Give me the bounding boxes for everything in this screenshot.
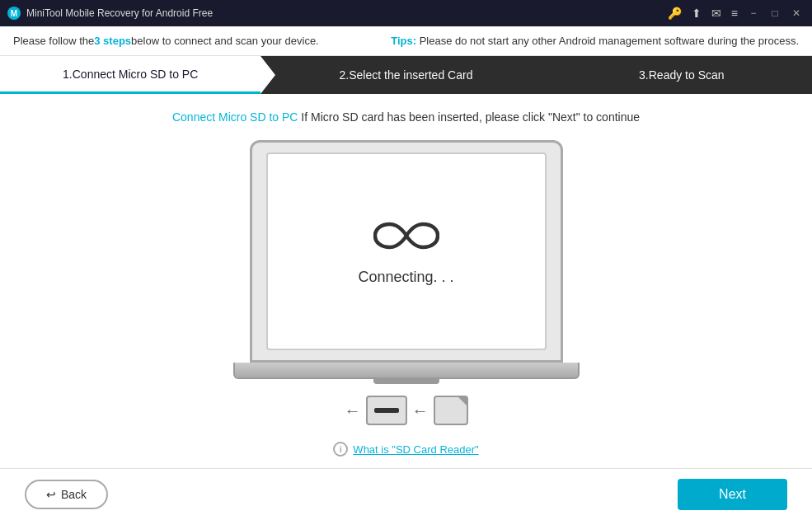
laptop-base [233,363,580,379]
info-icon: i [333,442,348,457]
laptop-illustration: Connecting. . . [233,140,580,379]
app-title: MiniTool Mobile Recovery for Android Fre… [26,7,664,19]
maximize-button[interactable]: □ [766,4,784,22]
sd-help-link[interactable]: What is "SD Card Reader" [353,443,478,456]
step-3-label: 3.Ready to Scan [639,68,725,82]
sd-card-box [434,396,468,425]
sd-card-slot [374,408,399,413]
info-text-after: below to connect and scan your device. [131,35,319,47]
sd-reader-row: ← ← [345,396,468,425]
mail-icon[interactable]: ✉ [708,5,725,21]
info-bar: Please follow the 3 steps below to conne… [0,26,812,56]
back-arrow-icon: ↩ [46,488,56,501]
laptop-screen-outer: Connecting. . . [250,140,563,363]
app-icon: M [7,6,21,21]
tips-text: Please do not start any other Android ma… [420,35,799,47]
back-label: Back [61,488,87,501]
info-text-before: Please follow the [13,35,94,47]
steps-link[interactable]: 3 steps [94,35,131,47]
step-3[interactable]: 3.Ready to Scan [537,56,812,94]
window-controls: 🔑 ⬆ ✉ ≡ − □ ✕ [664,4,805,22]
step-1-label: 1.Connect Micro SD to PC [63,68,198,81]
menu-icon[interactable]: ≡ [728,5,741,21]
instruction-link[interactable]: Connect Micro SD to PC [172,110,298,124]
main-content: Connect Micro SD to PC If Micro SD card … [0,94,812,468]
instruction-text: Connect Micro SD to PC If Micro SD card … [172,110,640,124]
next-button[interactable]: Next [678,479,787,510]
sd-card-notch [458,397,467,405]
key-icon[interactable]: 🔑 [664,5,685,21]
upload-icon[interactable]: ⬆ [688,5,705,21]
title-bar: M MiniTool Mobile Recovery for Android F… [0,0,812,26]
step-1[interactable]: 1.Connect Micro SD to PC [0,56,260,94]
minimize-button[interactable]: − [744,4,763,22]
step-2-label: 2.Select the inserted Card [340,68,473,82]
close-button[interactable]: ✕ [787,4,805,22]
step-2[interactable]: 2.Select the inserted Card [260,56,536,94]
arrow-left-icon-2: ← [412,401,429,420]
connecting-icon [373,218,439,260]
back-button[interactable]: ↩ Back [25,480,108,509]
svg-text:M: M [11,9,17,18]
arrow-left-icon-1: ← [345,401,361,420]
tips-section: Tips: Please do not start any other Andr… [391,35,799,47]
bottom-bar: ↩ Back Next [0,468,812,520]
instruction-detail: If Micro SD card has been inserted, plea… [301,110,640,124]
tips-label: Tips: [391,35,416,47]
connecting-text: Connecting. . . [358,269,453,286]
steps-nav: 1.Connect Micro SD to PC 2.Select the in… [0,56,812,94]
laptop-screen-inner: Connecting. . . [266,152,547,350]
sd-help: i What is "SD Card Reader" [333,442,478,457]
sd-card-reader-box [366,396,407,425]
